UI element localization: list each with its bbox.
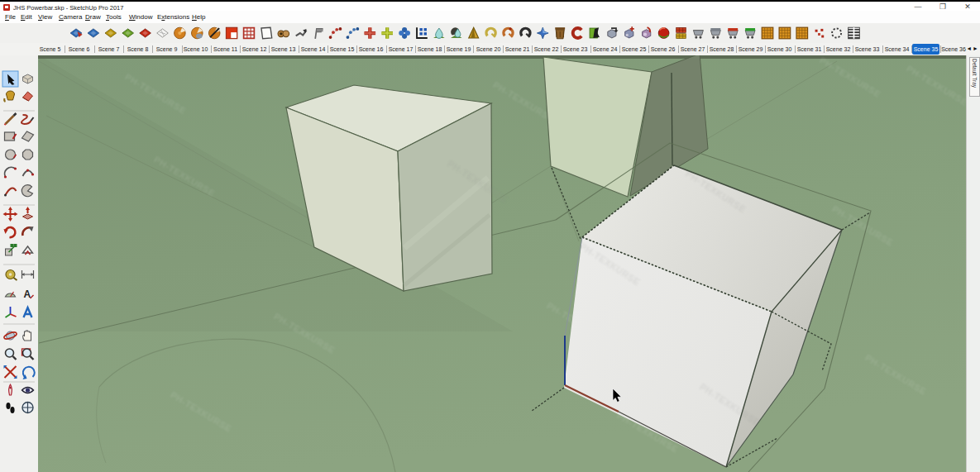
svg-text:A: A [24,288,31,300]
